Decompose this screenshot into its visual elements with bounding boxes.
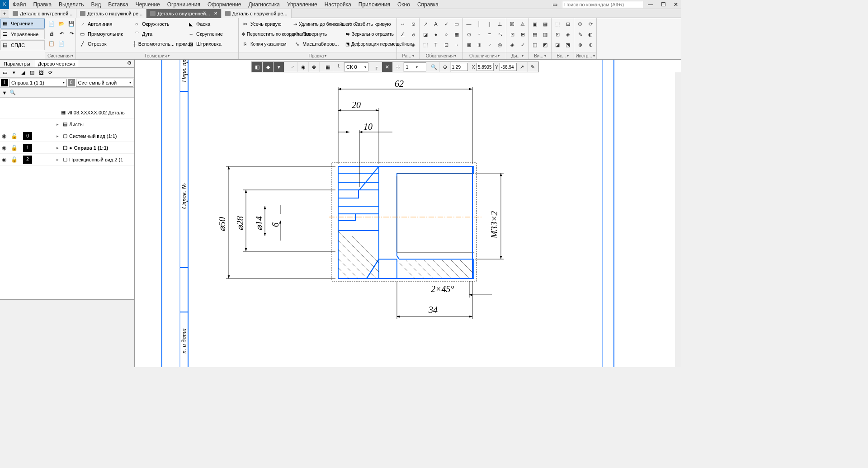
tolerance-icon[interactable]: ▭ — [452, 19, 462, 29]
group-geometry-label[interactable]: Геометрия — [76, 52, 238, 59]
view1-icon[interactable]: ▣ — [530, 19, 540, 29]
tree-system-view[interactable]: ◉🔓0 ▸▢Системный вид (1:1) — [0, 130, 134, 142]
colinear-icon[interactable]: ⟋ — [485, 40, 495, 50]
mode-drawing[interactable]: ▦Черчение — [0, 19, 45, 28]
ptb-icon-5[interactable]: 🖼 — [37, 69, 45, 77]
move-button[interactable]: ✥Переместить по координатам — [240, 29, 292, 39]
tool6-icon[interactable]: ⊕ — [585, 40, 595, 50]
ptb-icon-6[interactable]: ⟳ — [46, 69, 54, 77]
layout-icon[interactable]: ▭ — [549, 1, 560, 8]
dim-arc-icon[interactable]: ⌒ — [398, 40, 408, 50]
search-icon[interactable]: 🔍 — [9, 89, 16, 96]
ft-ucs-icon[interactable]: └ — [333, 62, 344, 72]
symmetric-icon[interactable]: ⇋ — [495, 29, 505, 39]
lock-icon[interactable]: 🔓 — [11, 145, 17, 151]
tangent-icon[interactable]: ⊙ — [464, 29, 474, 39]
command-search-input[interactable] — [562, 1, 643, 8]
menu-insert[interactable]: Вставка — [104, 1, 132, 8]
ins3-icon[interactable]: ⊡ — [552, 29, 562, 39]
paste-icon[interactable]: 📄 — [57, 39, 66, 48]
menu-format[interactable]: Оформление — [204, 1, 245, 8]
rotate-button[interactable]: ⟳Повернуть — [292, 29, 344, 39]
x-input[interactable] — [476, 63, 494, 71]
mirror-button[interactable]: ⇋Зеркально отразить — [344, 29, 396, 39]
view-combo[interactable]: Справа 1 (1:1) — [9, 79, 67, 87]
tree-root[interactable]: ▦ИГ03.ХХХХХ.002 Деталь — [0, 107, 134, 118]
tab-parameters[interactable]: Параметры — [0, 60, 34, 67]
rect-button[interactable]: ▭Прямоугольник — [77, 29, 131, 39]
aux-button[interactable]: ┼Вспомогатель... прямая — [131, 39, 185, 49]
ft-angle-icon[interactable]: ⟋ — [287, 62, 298, 72]
diag6-icon[interactable]: ✓ — [518, 40, 528, 50]
scale-button[interactable]: ⤡Масштабиров... — [292, 39, 344, 49]
leader-icon[interactable]: ↗ — [420, 19, 430, 29]
concentric-icon[interactable]: ◎ — [495, 40, 505, 50]
ins1-icon[interactable]: ⬚ — [552, 19, 562, 29]
coincident-icon[interactable]: ∘ — [474, 29, 484, 39]
midpoint-icon[interactable]: ⊕ — [474, 40, 484, 50]
ft-ortho-icon[interactable]: ┌ — [371, 62, 382, 72]
deform-button[interactable]: ⬔Деформация перемещением — [344, 39, 396, 49]
ins4-icon[interactable]: ◈ — [563, 29, 573, 39]
fix-icon[interactable]: ⊠ — [464, 40, 474, 50]
table-icon[interactable]: ▦ — [452, 29, 462, 39]
tab-tree[interactable]: Дерево чертежа — [34, 60, 80, 67]
arrow-icon[interactable]: → — [452, 40, 462, 50]
roughness-icon[interactable]: ✓ — [441, 19, 451, 29]
group-constraints-label[interactable]: Ограничения — [463, 52, 506, 59]
undo-icon[interactable]: ↶ — [57, 29, 66, 38]
diag4-icon[interactable]: ⊞ — [518, 29, 528, 39]
filter-icon[interactable]: ▼ — [1, 89, 8, 96]
print-icon[interactable]: 🖨 — [47, 29, 56, 38]
ft-eye-icon[interactable]: ◉ — [298, 62, 309, 72]
new-icon[interactable]: 📄 — [47, 19, 56, 28]
close-button[interactable]: ✕ — [670, 1, 681, 8]
copy-icon[interactable]: 📋 — [47, 39, 56, 48]
new-tab-button[interactable]: + — [1, 10, 8, 17]
ft-dropdown-icon[interactable]: ▾ — [274, 62, 284, 72]
horiz-icon[interactable]: — — [464, 19, 474, 29]
mode-spds[interactable]: ▤СПДС — [0, 40, 45, 50]
ins2-icon[interactable]: ⊞ — [563, 19, 573, 29]
ft-snap-icon[interactable]: ✕ — [382, 62, 393, 72]
dim-diameter-icon[interactable]: ⌀ — [408, 29, 418, 39]
text-icon[interactable]: A — [431, 19, 441, 29]
tree-sheets[interactable]: ▸▤Листы — [0, 118, 134, 130]
group-edit-label[interactable]: Правка — [239, 52, 396, 59]
diag3-icon[interactable]: ⊡ — [507, 29, 517, 39]
menu-apps[interactable]: Приложения — [355, 1, 394, 8]
ptb-icon-2[interactable]: ▾ — [10, 69, 18, 77]
tree-projection-view[interactable]: ◉🔓2 ▸▢Проекционный вид 2 (1 — [0, 154, 134, 165]
chevron-right-icon[interactable]: ▸ — [57, 134, 61, 138]
doc-tab-1[interactable]: Деталь с внутренней... — [9, 9, 76, 18]
vert-icon[interactable]: │ — [474, 19, 484, 29]
diag1-icon[interactable]: ☒ — [507, 19, 517, 29]
menu-help[interactable]: Справка — [414, 1, 442, 8]
trim-button[interactable]: ✂Усечь кривую — [240, 19, 292, 29]
dim-auto-icon[interactable]: ◈ — [408, 40, 418, 50]
diag5-icon[interactable]: ◈ — [507, 40, 517, 50]
menu-settings[interactable]: Настройка — [321, 1, 355, 8]
lock-icon[interactable]: 🔓 — [11, 133, 17, 139]
split-button[interactable]: ⤢Разбить кривую — [344, 19, 396, 29]
canvas-area[interactable]: ◧ ◆ ▾ ⟋ ◉ ⊗ ▦ └ СК 0 ┌ ✕ ⊹ 1 🔍 ⊕ X Y ↗ — [135, 60, 681, 367]
lock-icon[interactable]: 🔓 — [11, 156, 17, 163]
hatch-button[interactable]: ▨Штриховка — [185, 39, 235, 49]
chamfer-button[interactable]: ◣Фаска — [185, 19, 235, 29]
dim-angular-icon[interactable]: ∠ — [398, 29, 408, 39]
tree-right-view[interactable]: ◉🔓1 ▸▢● Справа 1 (1:1) — [0, 142, 134, 154]
extend-button[interactable]: ⇥Удлинить до ближайшего о... — [292, 19, 344, 29]
balloon-icon[interactable]: ○ — [441, 29, 451, 39]
tool2-icon[interactable]: ⟳ — [585, 19, 595, 29]
eye-icon[interactable]: ◉ — [2, 133, 8, 139]
menu-select[interactable]: Выделить — [55, 1, 87, 8]
copy-button[interactable]: ⎘Копия указанием — [240, 39, 292, 49]
menu-view[interactable]: Вид — [87, 1, 104, 8]
parallel-icon[interactable]: ∥ — [485, 19, 495, 29]
ft-hide-icon[interactable]: ⊗ — [309, 62, 320, 72]
view6-icon[interactable]: ◩ — [540, 40, 550, 50]
zoom-fit-icon[interactable]: 🔍 — [429, 62, 440, 72]
doc-tab-2[interactable]: Деталь с наружной ре... — [76, 9, 146, 18]
scrollbar-vertical[interactable] — [675, 72, 681, 367]
chevron-right-icon[interactable]: ▸ — [57, 122, 61, 127]
